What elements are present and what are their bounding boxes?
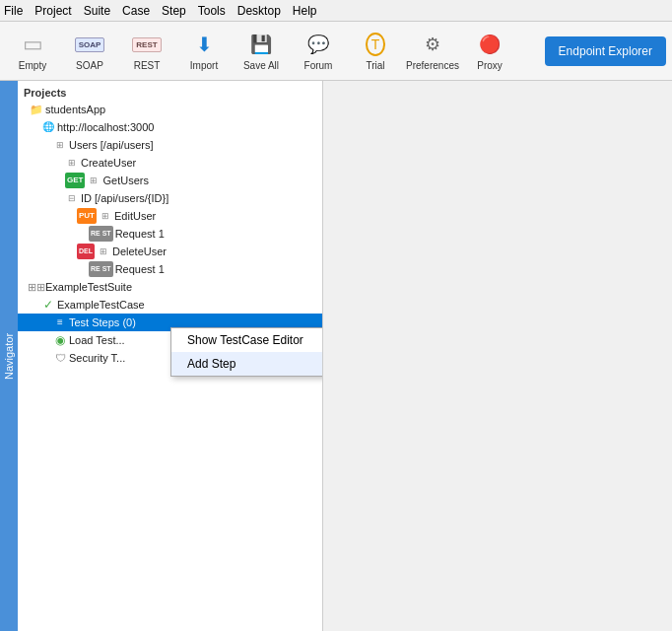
tree-item-label: studentsApp bbox=[45, 102, 105, 117]
soap-label: SOAP bbox=[76, 60, 103, 71]
rest-button[interactable]: REST REST bbox=[120, 27, 173, 76]
testcase-icon: ✓ bbox=[41, 298, 55, 312]
menu-case[interactable]: Case bbox=[122, 4, 150, 18]
navigator-tab-label: Navigator bbox=[3, 332, 15, 379]
resource-icon4: ⊟ bbox=[65, 191, 79, 205]
save-all-icon: 💾 bbox=[250, 34, 272, 55]
tree-item-label: Request 1 bbox=[115, 261, 165, 277]
resource-icon5: ⊞ bbox=[99, 209, 112, 223]
tree-row-request1b[interactable]: RE ST Request 1 bbox=[18, 260, 322, 278]
preferences-button[interactable]: ⚙ Preferences bbox=[406, 27, 459, 76]
menu-tools[interactable]: Tools bbox=[198, 4, 226, 18]
rest-badge-a: RE ST bbox=[89, 226, 113, 242]
forum-label: Forum bbox=[304, 60, 333, 71]
trial-button[interactable]: T Trial bbox=[349, 27, 402, 76]
context-add-step-label: Add Step bbox=[187, 357, 235, 371]
soap-button[interactable]: SOAP SOAP bbox=[63, 27, 116, 76]
menu-help[interactable]: Help bbox=[293, 4, 317, 18]
tree-item-label: GetUsers bbox=[102, 173, 148, 188]
tree-row-exampleTestSuite[interactable]: ⊞⊞ ExampleTestSuite bbox=[18, 278, 322, 296]
rest-label: REST bbox=[134, 60, 161, 71]
toolbar: ▭ Empty SOAP SOAP REST REST ⬇ Import 💾 S… bbox=[0, 22, 672, 81]
resource-icon6: ⊞ bbox=[97, 245, 110, 258]
tree-item-label: ExampleTestSuite bbox=[45, 279, 132, 295]
forum-icon: 💬 bbox=[307, 34, 329, 55]
menu-project[interactable]: Project bbox=[34, 4, 71, 18]
import-icon: ⬇ bbox=[196, 33, 213, 56]
tree-row-id-api[interactable]: ⊟ ID [/api/users/{ID}] bbox=[18, 189, 322, 207]
rest-badge-b: RE ST bbox=[89, 261, 113, 277]
resource-icon3: ⊞ bbox=[87, 174, 101, 187]
tree-item-label: EditUser bbox=[114, 208, 156, 224]
projects-label: Projects bbox=[18, 85, 322, 101]
navigator-tab[interactable]: Navigator bbox=[0, 81, 18, 631]
rest-icon: REST bbox=[132, 37, 161, 52]
tree-panel: Projects 📁 studentsApp 🌐 http://localhos… bbox=[18, 81, 323, 631]
context-show-editor-label: Show TestCase Editor bbox=[187, 333, 303, 347]
tree-item-label: Users [/api/users] bbox=[69, 137, 154, 153]
tree-item-label: Test Steps (0) bbox=[69, 315, 136, 330]
save-all-button[interactable]: 💾 Save All bbox=[235, 27, 288, 76]
steps-icon: ≡ bbox=[53, 316, 67, 329]
menubar: File Project Suite Case Step Tools Deskt… bbox=[0, 0, 672, 22]
get-badge: GET bbox=[65, 173, 85, 188]
suite-icon: ⊞⊞ bbox=[30, 280, 43, 294]
endpoint-explorer-button[interactable]: Endpoint Explorer bbox=[545, 36, 666, 66]
menu-desktop[interactable]: Desktop bbox=[237, 4, 281, 18]
context-show-editor[interactable]: Show TestCase Editor Enter bbox=[171, 328, 323, 352]
tree-item-label: Load Test... bbox=[69, 332, 125, 348]
load-icon: ◉ bbox=[53, 333, 67, 347]
import-label: Import bbox=[190, 60, 218, 71]
tree-row-editUser[interactable]: PUT ⊞ EditUser bbox=[18, 207, 322, 225]
tree-item-label: Security T... bbox=[69, 350, 125, 366]
folder-icon: 📁 bbox=[30, 103, 43, 116]
trial-label: Trial bbox=[366, 60, 384, 71]
trial-icon: T bbox=[366, 33, 386, 56]
tree-item-label: ID [/api/users/{ID}] bbox=[81, 190, 168, 206]
tree-item-label: http://localhost:3000 bbox=[57, 119, 154, 135]
tree-row-studentsApp[interactable]: 📁 studentsApp bbox=[18, 101, 322, 118]
put-badge: PUT bbox=[77, 208, 97, 224]
resource-icon: ⊞ bbox=[53, 138, 67, 152]
import-button[interactable]: ⬇ Import bbox=[177, 27, 231, 76]
tree-row-getUsers[interactable]: GET ⊞ GetUsers bbox=[18, 172, 322, 189]
save-all-label: Save All bbox=[243, 60, 279, 71]
menu-suite[interactable]: Suite bbox=[84, 4, 110, 18]
main-layout: Navigator Projects 📁 studentsApp 🌐 http:… bbox=[0, 81, 672, 631]
context-add-step[interactable]: Add Step bbox=[171, 352, 323, 376]
proxy-icon: 🔴 bbox=[479, 34, 501, 55]
empty-label: Empty bbox=[19, 60, 46, 71]
del-badge: DEL bbox=[77, 244, 95, 259]
tree-row-localhost[interactable]: 🌐 http://localhost:3000 bbox=[18, 118, 322, 136]
tree-row-users-api[interactable]: ⊞ Users [/api/users] bbox=[18, 136, 322, 154]
forum-button[interactable]: 💬 Forum bbox=[292, 27, 345, 76]
empty-button[interactable]: ▭ Empty bbox=[6, 27, 59, 76]
content-wrapper: SOAP Request REST Request bbox=[323, 81, 672, 631]
menu-step[interactable]: Step bbox=[162, 4, 186, 18]
tree-row-exampleTestCase[interactable]: ✓ ExampleTestCase bbox=[18, 296, 322, 314]
preferences-icon: ⚙ bbox=[425, 34, 440, 55]
context-menu: Show TestCase Editor Enter Add Step bbox=[170, 327, 323, 377]
proxy-button[interactable]: 🔴 Proxy bbox=[463, 27, 516, 76]
security-icon: 🛡 bbox=[53, 351, 67, 365]
tree-row-deleteUser[interactable]: DEL ⊞ DeleteUser bbox=[18, 243, 322, 260]
tree-row-request1a[interactable]: RE ST Request 1 bbox=[18, 225, 322, 243]
proxy-label: Proxy bbox=[477, 60, 503, 71]
preferences-label: Preferences bbox=[406, 60, 459, 71]
server-icon: 🌐 bbox=[41, 120, 55, 134]
tree-item-label: DeleteUser bbox=[112, 244, 167, 259]
tree-row-createUser[interactable]: ⊞ CreateUser bbox=[18, 154, 322, 172]
tree-item-label: ExampleTestCase bbox=[57, 297, 145, 313]
resource-icon2: ⊞ bbox=[65, 156, 79, 170]
tree-item-label: Request 1 bbox=[115, 226, 165, 242]
soap-icon: SOAP bbox=[75, 37, 105, 52]
menu-file[interactable]: File bbox=[4, 4, 23, 18]
tree-item-label: CreateUser bbox=[81, 155, 136, 171]
empty-icon: ▭ bbox=[23, 32, 43, 57]
